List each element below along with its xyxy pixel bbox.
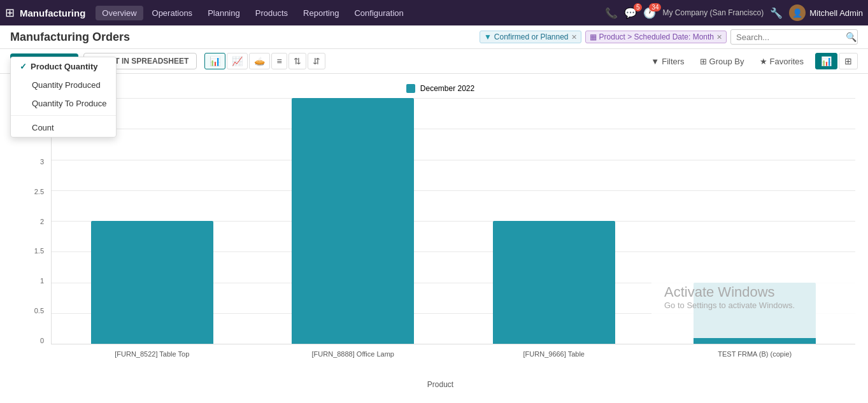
activate-windows-overlay: Activate Windows Go to Settings to activ… (651, 255, 855, 338)
company-name[interactable]: My Company (San Francisco) (662, 8, 764, 17)
view-toggle-buttons: 📊 ⊞ (815, 53, 858, 69)
y-label-15: 1.5 (34, 247, 44, 255)
bar-table (493, 221, 615, 344)
nav-operations[interactable]: Operations (146, 6, 199, 20)
pie-chart-button[interactable]: 🥧 (249, 53, 270, 69)
bar-office-lamp (292, 98, 414, 344)
y-label-25: 2.5 (34, 188, 44, 195)
measures-dropdown: ✓ Product Quantity Quantity Produced Qua… (10, 57, 117, 138)
y-label-0: 0 (40, 337, 44, 344)
chat-icon[interactable]: 💬5 (624, 7, 637, 19)
check-icon: ✓ (20, 62, 27, 71)
app-grid-icon[interactable]: ⊞ (5, 6, 15, 20)
filter-bar: ▼ Confirmed or Planned ✕ ▦ Product > Sch… (135, 29, 858, 45)
chart-legend: December 2022 (25, 84, 855, 93)
nav-configuration[interactable]: Configuration (348, 6, 409, 20)
menu-item-quantity-to-produce-label: Quantity To Produce (32, 99, 107, 108)
tools-icon[interactable]: 🔧 (770, 7, 783, 19)
legend-label: December 2022 (420, 84, 474, 93)
chat-badge: 5 (634, 3, 643, 11)
group-icon: ▦ (590, 32, 597, 41)
filter-tag-confirmed[interactable]: ▼ Confirmed or Planned ✕ (480, 31, 581, 43)
menu-item-count-label: Count (32, 123, 54, 132)
user-avatar: 👤 (789, 4, 806, 21)
filters-label: Filters (662, 57, 684, 66)
top-navigation: ⊞ Manufacturing Overview Operations Plan… (0, 0, 868, 25)
funnel-icon: ▼ (484, 32, 492, 41)
menu-item-quantity-to-produce[interactable]: Quantity To Produce (11, 94, 116, 113)
secondary-nav: Manufacturing Orders ▼ Confirmed or Plan… (0, 25, 868, 49)
bar-chart-button[interactable]: 📊 (204, 53, 225, 69)
clock-icon[interactable]: 🕐34 (643, 7, 656, 19)
nav-icons-area: 📞 💬5 🕐34 My Company (San Francisco) 🔧 👤 … (605, 4, 863, 21)
bar-group-3: [FURN_9666] Table (460, 98, 648, 344)
bar-label-2: [FURN_8888] Office Lamp (312, 350, 394, 358)
filter-tag-product[interactable]: ▦ Product > Scheduled Date: Month ✕ (585, 31, 727, 43)
clock-badge: 34 (649, 3, 661, 11)
group-by-icon: ⊞ (700, 57, 707, 66)
legend-color-box (406, 84, 415, 93)
group-by-label: Group By (709, 57, 744, 66)
favorites-button[interactable]: ★ Favorites (756, 54, 808, 69)
bar-table-top (91, 221, 213, 344)
user-menu[interactable]: 👤 Mitchell Admin (789, 4, 863, 21)
group-by-button[interactable]: ⊞ Group By (696, 54, 748, 69)
search-box[interactable]: 🔍 (730, 29, 858, 45)
page-title: Manufacturing Orders (10, 31, 130, 44)
toolbar: MEASURES ▾ INSERT IN SPREADSHEET 📊 📈 🥧 ≡… (0, 49, 868, 74)
line-chart-button[interactable]: 📈 (227, 53, 248, 69)
list-chart-button[interactable]: ≡ (271, 53, 287, 69)
menu-item-product-quantity[interactable]: ✓ Product Quantity (11, 57, 116, 76)
menu-divider (11, 115, 116, 116)
x-axis-label: Product (427, 380, 453, 389)
user-name: Mitchell Admin (809, 8, 863, 18)
search-input[interactable] (736, 32, 843, 42)
filter-tag-confirmed-label: Confirmed or Planned (494, 32, 569, 41)
menu-item-quantity-produced-label: Quantity Produced (32, 80, 101, 90)
filter-icon: ▼ (651, 57, 659, 66)
activate-title: Activate Windows (664, 284, 843, 300)
chart-container: December 2022 4 3.5 3 2.5 2 1.5 1 0.5 0 (0, 74, 868, 394)
favorites-label: Favorites (770, 57, 804, 66)
search-icon[interactable]: 🔍 (846, 32, 857, 42)
nav-reporting[interactable]: Reporting (297, 6, 345, 20)
bar-label-3: [FURN_9666] Table (523, 350, 585, 358)
bar-group-2: [FURN_8888] Office Lamp (259, 98, 448, 344)
table-view-button[interactable]: ⊞ (839, 53, 858, 69)
filter-tag-product-label: Product > Scheduled Date: Month (599, 32, 714, 41)
chart-view-button[interactable]: 📊 (815, 53, 837, 69)
sort-desc-button[interactable]: ⇵ (308, 53, 325, 69)
filter-tag-product-close[interactable]: ✕ (716, 33, 722, 41)
filters-button[interactable]: ▼ Filters (647, 54, 688, 69)
y-label-05: 0.5 (34, 307, 44, 315)
y-label-3: 3 (40, 158, 44, 166)
menu-item-quantity-produced[interactable]: Quantity Produced (11, 76, 116, 94)
nav-overview[interactable]: Overview (96, 6, 143, 20)
nav-planning[interactable]: Planning (201, 6, 246, 20)
menu-item-product-quantity-label: Product Quantity (31, 62, 97, 71)
bar-label-4: TEST FRMA (B) (copie) (718, 350, 792, 358)
star-icon: ★ (760, 57, 767, 66)
bar-label-1: [FURN_8522] Table Top (115, 350, 189, 358)
chart-with-axes: 4 3.5 3 2.5 2 1.5 1 0.5 0 (25, 98, 855, 364)
filter-tag-confirmed-close[interactable]: ✕ (571, 33, 577, 41)
menu-item-count[interactable]: Count (11, 118, 116, 137)
activate-sub: Go to Settings to activate Windows. (664, 300, 843, 310)
sort-asc-button[interactable]: ⇅ (288, 53, 306, 69)
phone-icon[interactable]: 📞 (605, 7, 618, 19)
chart-type-buttons: 📊 📈 🥧 ≡ ⇅ ⇵ (204, 53, 325, 69)
app-name[interactable]: Manufacturing (20, 8, 85, 18)
y-label-1: 1 (40, 277, 44, 285)
toolbar-right: ▼ Filters ⊞ Group By ★ Favorites 📊 ⊞ (647, 53, 858, 69)
nav-products[interactable]: Products (249, 6, 294, 20)
y-label-2: 2 (40, 218, 44, 225)
